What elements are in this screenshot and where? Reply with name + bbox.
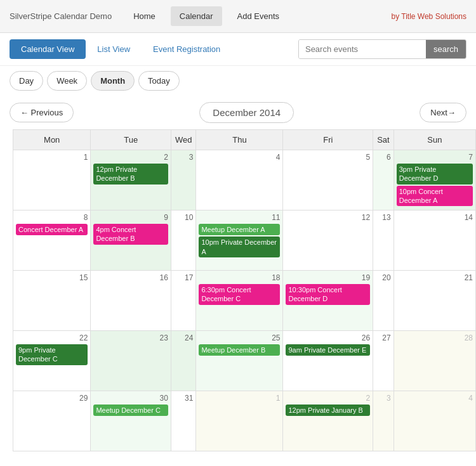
event-private-dec-b[interactable]: 12pm Private December B — [93, 164, 168, 184]
calendar-wrap: Mon Tue Wed Thu Fri Sat Sun 1 2 12pm Pri… — [0, 129, 476, 458]
day-cell: 15 — [13, 271, 91, 331]
month-label: December 2014 — [199, 102, 294, 123]
day-cell: 31 — [171, 391, 196, 451]
day-cell: 21 — [393, 271, 475, 331]
table-row: 8 Concert December A 9 4pm Concert Decem… — [13, 210, 476, 271]
nav-home[interactable]: Home — [124, 6, 164, 26]
event-meetup-dec-b[interactable]: Meetup December B — [199, 344, 280, 356]
nav-calendar[interactable]: Calendar — [171, 6, 222, 26]
day-cell: 24 — [171, 331, 196, 391]
period-month[interactable]: Month — [91, 71, 135, 91]
calendar-nav: ← Previous December 2014 Next→ — [0, 96, 476, 129]
search-area: search — [298, 39, 466, 59]
day-cell: 6 — [373, 150, 394, 210]
day-cell: 10 — [171, 210, 196, 271]
day-cell: 9 4pm Concert December B — [91, 210, 171, 271]
table-row: 1 2 12pm Private December B 3 4 5 6 7 3p… — [13, 150, 476, 210]
prev-button[interactable]: ← Previous — [10, 103, 74, 122]
period-week[interactable]: Week — [47, 71, 87, 91]
header-tue: Tue — [91, 130, 171, 150]
event-meetup-dec-a[interactable]: Meetup December A — [199, 224, 280, 235]
day-cell: 8 Concert December A — [13, 210, 91, 271]
view-calendar[interactable]: Calendar View — [10, 39, 86, 59]
day-cell: 4 — [393, 391, 475, 451]
search-input[interactable] — [299, 40, 426, 58]
day-cell: 12 — [283, 210, 373, 271]
day-cell: 28 — [393, 331, 475, 391]
event-meetup-dec-c[interactable]: Meetup December C — [93, 405, 168, 416]
event-concert-dec-c[interactable]: 6:30pm Concert December C — [199, 284, 280, 305]
header-sat: Sat — [373, 130, 394, 150]
top-bar: SilverStripe Calendar Demo Home Calendar… — [0, 0, 476, 33]
day-cell: 3 — [373, 391, 394, 451]
app-title: SilverStripe Calendar Demo — [10, 11, 112, 21]
event-private-dec-c[interactable]: 9pm Private December C — [16, 344, 88, 365]
sub-nav: Calendar View List View Event Registrati… — [0, 33, 476, 66]
day-cell: 3 — [171, 150, 196, 210]
view-registration[interactable]: Event Registration — [142, 39, 232, 59]
header-thu: Thu — [196, 130, 283, 150]
table-row: 22 9pm Private December C 23 24 25 Meetu… — [13, 331, 476, 391]
day-cell: 2 12pm Private January B — [283, 391, 373, 451]
calendar-table: Mon Tue Wed Thu Fri Sat Sun 1 2 12pm Pri… — [13, 129, 476, 451]
day-cell: 30 Meetup December C — [91, 391, 171, 451]
day-cell: 14 — [393, 210, 475, 271]
header-sun: Sun — [393, 130, 475, 150]
event-private-jan-b[interactable]: 12pm Private January B — [286, 405, 370, 416]
event-concert-dec-d[interactable]: 10:30pm Concert December D — [286, 284, 370, 305]
brand-credit: by Title Web Solutions — [391, 12, 466, 21]
table-row: 15 16 17 18 6:30pm Concert December C 19… — [13, 271, 476, 331]
period-nav: Day Week Month Today — [0, 66, 476, 96]
day-cell: 1 — [13, 150, 91, 210]
event-private-dec-d[interactable]: 3pm Private December D — [397, 164, 473, 184]
day-cell: 18 6:30pm Concert December C — [196, 271, 283, 331]
event-private-dec-e[interactable]: 9am Private December E — [286, 344, 370, 356]
table-row: 29 30 Meetup December C 31 1 2 12pm Priv… — [13, 391, 476, 451]
day-cell: 13 — [373, 210, 394, 271]
day-cell: 22 9pm Private December C — [13, 331, 91, 391]
view-list[interactable]: List View — [86, 39, 142, 59]
day-cell: 4 — [196, 150, 283, 210]
day-cell: 17 — [171, 271, 196, 331]
header-fri: Fri — [283, 130, 373, 150]
day-cell: 29 — [13, 391, 91, 451]
nav-add-events[interactable]: Add Events — [228, 6, 289, 26]
day-cell: 25 Meetup December B — [196, 331, 283, 391]
day-cell: 16 — [91, 271, 171, 331]
day-cell: 2 12pm Private December B — [91, 150, 171, 210]
day-cell: 26 9am Private December E — [283, 331, 373, 391]
day-cell: 5 — [283, 150, 373, 210]
header-mon: Mon — [13, 130, 91, 150]
day-cell: 1 — [196, 391, 283, 451]
next-button[interactable]: Next→ — [420, 103, 466, 122]
event-private-dec-a[interactable]: 10pm Private December A — [199, 236, 280, 257]
period-today[interactable]: Today — [138, 71, 180, 91]
event-concert-dec-b[interactable]: 4pm Concert December B — [93, 224, 168, 245]
period-day[interactable]: Day — [10, 71, 43, 91]
day-cell: 7 3pm Private December D 10pm Concert De… — [393, 150, 475, 210]
event-concert-dec-a-2[interactable]: Concert December A — [16, 224, 88, 235]
search-button[interactable]: search — [426, 40, 466, 58]
day-cell: 23 — [91, 331, 171, 391]
event-concert-dec-a-1[interactable]: 10pm Concert December A — [397, 186, 473, 207]
day-cell: 27 — [373, 331, 394, 391]
day-cell: 11 Meetup December A 10pm Private Decemb… — [196, 210, 283, 271]
day-cell: 20 — [373, 271, 394, 331]
header-wed: Wed — [171, 130, 196, 150]
day-cell: 19 10:30pm Concert December D — [283, 271, 373, 331]
